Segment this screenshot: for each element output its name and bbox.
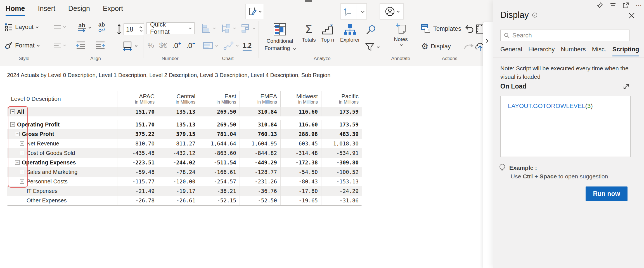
layout-button-label: Layout <box>15 23 34 31</box>
comment-menu-chevron[interactable] <box>358 10 366 13</box>
column-width-button[interactable] <box>122 41 137 51</box>
filter-funnel-icon <box>365 42 375 51</box>
tab-numbers[interactable]: Numbers <box>561 46 586 56</box>
pin-icon[interactable] <box>597 2 603 8</box>
format-button[interactable]: Format <box>4 41 39 50</box>
table-row[interactable]: −Other Expenses-26.78-26.61-52.15-52.50-… <box>7 196 362 205</box>
bar-chart-icon <box>201 23 211 33</box>
analyze-group-label: Analyze <box>259 56 386 61</box>
undo-button[interactable] <box>465 25 475 34</box>
remove-decimal-button[interactable]: .0− <box>186 41 195 50</box>
notes-button[interactable]: Notes <box>390 23 412 46</box>
add-comment-button[interactable] <box>340 3 367 20</box>
popout-icon[interactable] <box>623 2 629 8</box>
table-row[interactable]: −All151.70135.13269.50310.84116.60173.59 <box>7 107 362 116</box>
group-separator <box>386 21 386 58</box>
totals-button[interactable]: Σ Totals <box>300 23 318 43</box>
templates-button[interactable]: Templates <box>421 24 461 34</box>
value-cell: -511.54 <box>199 158 240 167</box>
zoom-search-button[interactable] <box>366 25 376 35</box>
font-size-value[interactable]: 18 <box>126 26 133 33</box>
decrease-icon[interactable] <box>140 29 143 32</box>
tab-misc[interactable]: Misc. <box>592 46 606 56</box>
explorer-button[interactable]: Explorer <box>337 23 363 43</box>
row-height-control[interactable]: 18 <box>117 23 144 35</box>
table-row[interactable]: −IT Expenses-21.49-19.17-38.21-36.76-17.… <box>7 186 362 196</box>
expand-icon[interactable]: + <box>20 179 24 184</box>
menu-tab-home[interactable]: Home <box>6 4 25 16</box>
top-n-stairs-icon <box>321 23 334 35</box>
collapse-icon[interactable]: − <box>10 122 15 127</box>
script-editor[interactable]: LAYOUT.GOTOROWLEVEL(3) <box>500 96 631 157</box>
increase-indent-button[interactable] <box>96 41 105 50</box>
group-separator <box>197 21 197 58</box>
line-chart-button[interactable] <box>224 41 238 50</box>
chart-type-hierarchy-button[interactable] <box>221 23 235 33</box>
row-label: Operating Expenses <box>22 159 76 166</box>
align-button-2[interactable] <box>54 42 65 49</box>
script-function: LAYOUT.GOTOROWLEVEL <box>508 102 585 109</box>
more-options-icon[interactable]: ⋯ <box>636 4 642 7</box>
table-row[interactable]: +Net Revenue810.70811.271,644.641,604.95… <box>7 139 362 148</box>
table-row[interactable]: +Sales and Marketing-59.48-78.24-166.61-… <box>7 167 362 177</box>
row-label: IT Expenses <box>27 188 58 194</box>
increase-icon[interactable] <box>139 27 142 29</box>
redo-button[interactable] <box>464 42 474 51</box>
add-decimal-button[interactable]: .0+ <box>172 41 181 50</box>
filter-button[interactable] <box>365 42 379 51</box>
run-now-button[interactable]: Run now <box>586 186 628 201</box>
align-button[interactable] <box>54 24 65 30</box>
percent-format-button[interactable]: % <box>148 41 154 50</box>
font-size-stepper[interactable]: 18 <box>124 23 144 35</box>
chart-type-bars-button[interactable] <box>201 23 215 33</box>
menu-tab-insert[interactable]: Insert <box>38 4 55 16</box>
account-button[interactable] <box>380 3 404 20</box>
tab-hierarchy[interactable]: Hierarchy <box>528 46 555 56</box>
chevron-down-icon <box>236 44 239 47</box>
decimal-places-button[interactable]: 1.2 <box>243 42 252 51</box>
table-row[interactable]: +Cost of Goods Sold-435.48-432.12-863.60… <box>7 148 362 158</box>
value-cell: -100.52 <box>321 167 362 177</box>
close-panel-button[interactable] <box>628 12 635 19</box>
ribbon: Home Insert Design Export <box>0 0 493 66</box>
filter-lines-icon[interactable] <box>610 3 616 8</box>
expand-icon[interactable]: + <box>20 151 24 155</box>
wrap-text-button[interactable]: ab c↵ <box>98 22 105 33</box>
table-row[interactable]: +Personnel Costs-115.77-120.00-254.57-23… <box>7 177 362 186</box>
expand-icon[interactable]: + <box>20 170 24 174</box>
decrease-indent-icon <box>76 41 86 50</box>
example-label: Example : <box>509 164 537 171</box>
gear-icon: ⚙ <box>421 42 428 51</box>
tab-scripting[interactable]: Scripting <box>612 46 639 56</box>
table-view-button[interactable] <box>203 42 217 49</box>
expand-editor-icon[interactable] <box>623 83 629 90</box>
expand-pane-chevron-icon[interactable] <box>485 39 488 43</box>
text-overflow-button[interactable]: ab <box>78 22 90 32</box>
value-cell: -115.77 <box>117 177 158 186</box>
menu-tab-design[interactable]: Design <box>68 4 90 16</box>
decrease-indent-button[interactable] <box>76 41 86 50</box>
top-n-button[interactable]: Top n <box>319 23 337 43</box>
menu-tab-export[interactable]: Export <box>103 4 123 16</box>
value-cell: -26.78 <box>117 196 158 205</box>
collapse-icon[interactable]: − <box>15 160 20 165</box>
currency-format-button[interactable]: $€ <box>159 41 167 50</box>
conditional-formatting-button[interactable]: Conditional Formatting <box>261 23 298 52</box>
table-row[interactable]: −Gross Profit375.22379.15781.04760.13288… <box>7 129 362 139</box>
info-icon[interactable] <box>532 13 537 18</box>
expand-icon[interactable]: + <box>20 141 24 146</box>
quick-format-dropdown[interactable]: Quick Format <box>146 22 195 34</box>
settings-search-input[interactable]: Search <box>500 30 629 41</box>
table-row[interactable]: −Operating Expenses-223.51-244.02-511.54… <box>7 158 362 167</box>
collapse-icon[interactable]: − <box>10 109 15 114</box>
edit-visual-button[interactable] <box>245 4 264 19</box>
row-label: Gross Profit <box>22 131 54 137</box>
layout-button[interactable]: Layout <box>4 23 38 31</box>
tab-general[interactable]: General <box>500 46 522 56</box>
collapse-icon[interactable]: − <box>15 132 20 136</box>
row-label: Sales and Marketing <box>27 169 77 175</box>
display-settings-button[interactable]: ⚙ Display <box>421 42 451 51</box>
table-row[interactable]: −Operating Profit151.70135.13269.50310.8… <box>7 120 362 129</box>
chart-type-rows-button[interactable] <box>241 23 255 33</box>
align-lines-icon <box>54 42 61 49</box>
